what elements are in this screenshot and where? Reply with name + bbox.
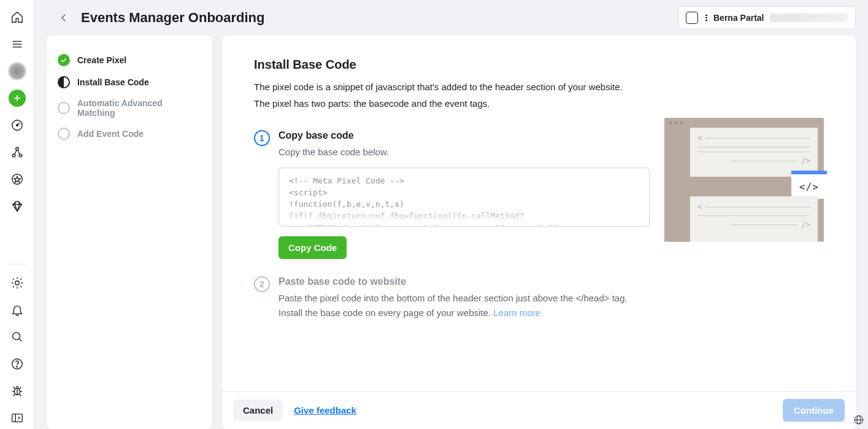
account-selector[interactable]: Berna Partal (678, 6, 856, 29)
step-install-base-code[interactable]: Install Base Code (58, 71, 201, 93)
substep-text: Paste the pixel code into the bottom of … (278, 291, 650, 320)
step-label: Add Event Code (77, 129, 144, 139)
account-icon (686, 12, 698, 24)
cancel-button[interactable]: Cancel (233, 400, 283, 421)
pixel-code-box[interactable]: <!-- Meta Pixel Code --> <script> !funct… (278, 168, 650, 226)
step-create-pixel[interactable]: Create Pixel (58, 49, 201, 71)
home-icon[interactable] (6, 6, 28, 28)
svg-rect-19 (689, 15, 694, 20)
left-nav-rail (0, 0, 34, 429)
step-label: Create Pixel (77, 55, 126, 65)
substep-text-body: Paste the pixel code into the bottom of … (278, 293, 628, 317)
page-title: Events Manager Onboarding (81, 10, 265, 26)
svg-point-7 (12, 154, 15, 157)
learn-more-link[interactable]: Learn more (493, 307, 540, 318)
bug-icon[interactable] (6, 380, 28, 402)
step-label: Install Base Code (77, 77, 149, 87)
star-icon[interactable] (6, 168, 28, 190)
section-title: Install Base Code (254, 58, 824, 72)
profile-avatar[interactable] (6, 60, 28, 82)
copy-code-button[interactable]: Copy Code (278, 236, 347, 259)
account-id-redacted (770, 14, 848, 22)
settings-icon[interactable] (6, 272, 28, 294)
svg-point-15 (16, 366, 17, 367)
globe-icon[interactable] (852, 413, 866, 427)
search-icon[interactable] (6, 326, 28, 348)
share-nodes-icon[interactable] (6, 141, 28, 163)
substep-copy-base-code: 1 Copy base code Copy the base code belo… (254, 130, 650, 259)
rail-divider (9, 264, 26, 265)
gauge-icon[interactable] (6, 114, 28, 136)
help-icon[interactable] (6, 353, 28, 375)
substep-paste-base-code: 2 Paste base code to website Paste the p… (254, 276, 650, 320)
check-icon (58, 54, 70, 66)
svg-rect-17 (12, 414, 22, 422)
account-list-icon (705, 15, 707, 21)
code-chip-icon: </> (791, 174, 827, 199)
main-panel: Install Base Code The pixel code is a sn… (222, 36, 856, 429)
substep-number-1: 1 (254, 130, 270, 146)
half-circle-icon (58, 76, 70, 88)
onboarding-steps-card: Create Pixel Install Base Code Automatic… (47, 36, 212, 429)
section-desc-line1: The pixel code is a snippet of javascrip… (254, 80, 824, 95)
page-header: Events Manager Onboarding Berna Partal (34, 0, 868, 36)
diamond-icon[interactable] (6, 195, 28, 217)
svg-point-11 (15, 281, 18, 285)
footer-bar: Cancel Give feedback Continue (222, 391, 856, 429)
substep-number-2: 2 (254, 276, 270, 292)
section-desc-line2: The pixel has two parts: the basecode an… (254, 97, 824, 111)
menu-icon[interactable] (6, 33, 28, 55)
svg-point-9 (15, 147, 18, 150)
back-button[interactable] (56, 10, 71, 25)
code-placement-illustration: < /> </> < /> (664, 118, 824, 242)
step-add-event-code[interactable]: Add Event Code (58, 123, 201, 145)
content-area: Events Manager Onboarding Berna Partal C… (34, 0, 868, 429)
add-button[interactable] (6, 87, 28, 109)
bell-icon[interactable] (6, 299, 28, 321)
substep-heading: Copy base code (278, 130, 650, 141)
account-name: Berna Partal (713, 13, 764, 23)
code-fade-overlay (280, 208, 648, 225)
substep-text: Copy the base code below. (278, 145, 650, 159)
step-label: Automatic Advanced Matching (77, 98, 201, 118)
app-root: Events Manager Onboarding Berna Partal C… (0, 0, 868, 429)
substep-heading: Paste base code to website (278, 276, 650, 287)
empty-circle-icon (58, 128, 70, 140)
svg-point-6 (16, 125, 18, 126)
svg-point-8 (19, 154, 22, 157)
continue-button[interactable]: Continue (783, 399, 845, 422)
empty-circle-icon (58, 102, 70, 114)
panel-icon[interactable] (6, 407, 28, 429)
step-automatic-advanced-matching[interactable]: Automatic Advanced Matching (58, 93, 201, 123)
give-feedback-link[interactable]: Give feedback (294, 405, 356, 415)
svg-line-13 (18, 339, 21, 342)
